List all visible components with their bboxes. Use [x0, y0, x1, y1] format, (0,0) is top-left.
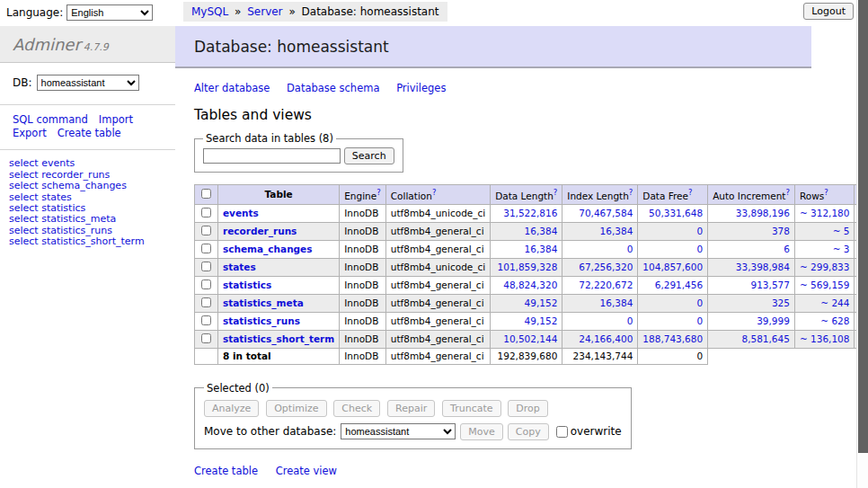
privileges-link[interactable]: Privileges	[396, 82, 446, 94]
sidebar-item-select-statistics-short-term[interactable]: select statistics_short_term	[9, 236, 166, 247]
cell-data-length-link[interactable]: 49,152	[525, 315, 558, 326]
cell-index-length-link[interactable]: 24,166,400	[579, 333, 633, 344]
cell-data-free-link[interactable]: 6,291,456	[655, 279, 703, 290]
vertical-scrollbar[interactable]	[856, 0, 868, 488]
optimize-button[interactable]: Optimize	[266, 400, 326, 417]
auto-increment-hint-link[interactable]: ?	[785, 188, 790, 197]
row-checkbox-states[interactable]	[201, 262, 211, 271]
repair-button[interactable]: Repair	[387, 400, 435, 417]
data-length-hint-link[interactable]: ?	[554, 188, 558, 197]
cell-auto-increment-link[interactable]: 33,898,196	[736, 208, 790, 218]
move-button[interactable]: Move	[460, 423, 503, 440]
cell-data-length-link[interactable]: 48,824,320	[503, 279, 557, 290]
cell-data-free-link[interactable]: 104,857,600	[642, 262, 703, 272]
row-checkbox-schema-changes[interactable]	[201, 244, 211, 253]
table-link-recorder-runs[interactable]: recorder_runs	[223, 226, 297, 236]
language-select[interactable]: English	[66, 4, 153, 21]
overwrite-checkbox[interactable]	[556, 426, 568, 438]
drop-button[interactable]: Drop	[508, 400, 547, 417]
table-link-statistics-short-term[interactable]: statistics_short_term	[223, 333, 334, 344]
data-free-hint-link[interactable]: ?	[688, 188, 693, 197]
sidebar-import-link[interactable]: Import	[99, 113, 133, 126]
db-select[interactable]: homeassistant	[37, 75, 139, 91]
cell-index-length-link[interactable]: 0	[627, 315, 633, 326]
collation-hint-link[interactable]: ?	[432, 188, 437, 197]
search-legend: Search data in tables (8)	[203, 132, 336, 145]
app-logo[interactable]: Adminer	[13, 35, 81, 54]
select-all-checkbox[interactable]	[201, 189, 211, 199]
table-link-states[interactable]: states	[223, 262, 256, 272]
row-checkbox-statistics-meta[interactable]	[201, 297, 211, 307]
cell-rows-link[interactable]: ~ 312,180	[800, 208, 850, 218]
cell-data-free-link[interactable]: 0	[696, 315, 703, 326]
cell-collation: utf8mb4_general_ci	[385, 330, 490, 348]
table-link-statistics[interactable]: statistics	[223, 279, 271, 290]
database-schema-link[interactable]: Database schema	[287, 82, 379, 94]
cell-rows-link[interactable]: ~ 244	[820, 297, 849, 308]
cell-rows-link[interactable]: ~ 628	[820, 315, 849, 326]
cell-data-length-link[interactable]: 16,384	[525, 244, 558, 254]
cell-data-length-link[interactable]: 10,502,144	[503, 333, 557, 344]
cell-index-length-link[interactable]: 67,256,320	[579, 262, 633, 272]
search-button[interactable]: Search	[344, 147, 394, 164]
index-length-hint-link[interactable]: ?	[629, 188, 633, 197]
logout-button[interactable]: Logout	[803, 3, 854, 20]
row-checkbox-recorder-runs[interactable]	[201, 226, 211, 235]
table-link-events[interactable]: events	[223, 208, 259, 218]
cell-index-length-link[interactable]: 16,384	[600, 297, 633, 308]
cell-data-length-link[interactable]: 101,859,328	[498, 262, 558, 272]
cell-auto-increment-link[interactable]: 6	[784, 244, 790, 254]
alter-database-link[interactable]: Alter database	[194, 82, 270, 94]
create-table-link[interactable]: Create table	[194, 465, 258, 477]
cell-auto-increment-link[interactable]: 913,577	[751, 279, 790, 290]
cell-auto-increment-link[interactable]: 325	[772, 297, 790, 308]
breadcrumb-server[interactable]: Server	[247, 5, 282, 18]
row-checkbox-events[interactable]	[201, 208, 211, 217]
sidebar-item-select-events[interactable]: select events	[9, 158, 166, 169]
cell-data-free-link[interactable]: 188,743,680	[642, 333, 703, 344]
analyze-button[interactable]: Analyze	[204, 400, 259, 417]
database-links: Alter database Database schema Privilege…	[194, 82, 811, 94]
cell-data-length-link[interactable]: 16,384	[525, 226, 558, 236]
cell-auto-increment-link[interactable]: 8,581,645	[741, 333, 789, 344]
engine-hint-link[interactable]: ?	[376, 188, 381, 197]
cell-data-free-link[interactable]: 0	[696, 297, 703, 308]
cell-rows-link[interactable]: ~ 5	[833, 226, 850, 236]
row-checkbox-statistics-runs[interactable]	[201, 315, 211, 325]
cell-index-length-link[interactable]: 0	[627, 244, 633, 254]
scrollbar-thumb[interactable]	[858, 0, 868, 453]
cell-data-free-link[interactable]: 0	[696, 244, 703, 254]
cell-rows-link[interactable]: ~ 299,833	[800, 262, 850, 272]
cell-auto-increment-link[interactable]: 39,999	[757, 315, 790, 326]
cell-data-length-link[interactable]: 31,522,816	[503, 208, 557, 218]
cell-index-length-link[interactable]: 72,220,672	[579, 279, 633, 290]
rows-hint-link[interactable]: ?	[824, 188, 828, 197]
cell-data-length-link[interactable]: 49,152	[525, 297, 558, 308]
cell-index-length-link[interactable]: 16,384	[600, 226, 633, 236]
row-checkbox-statistics[interactable]	[201, 279, 211, 289]
cell-auto-increment-link[interactable]: 33,398,984	[736, 262, 790, 272]
sidebar-export-link[interactable]: Export	[13, 127, 47, 139]
row-checkbox-statistics-short-term[interactable]	[201, 333, 211, 343]
table-link-schema-changes[interactable]: schema_changes	[223, 244, 313, 254]
sidebar-create-table-link[interactable]: Create table	[58, 127, 121, 139]
copy-button[interactable]: Copy	[508, 423, 549, 440]
sidebar-item-select-schema-changes[interactable]: select schema_changes	[9, 181, 166, 191]
create-view-link[interactable]: Create view	[276, 465, 337, 477]
sidebar-item-select-statistics-meta[interactable]: select statistics_meta	[9, 214, 166, 225]
move-database-select[interactable]: homeassistant	[341, 423, 456, 439]
cell-rows-link[interactable]: ~ 3	[833, 244, 850, 254]
truncate-button[interactable]: Truncate	[442, 400, 500, 417]
cell-rows-link[interactable]: ~ 136,108	[800, 333, 850, 344]
check-button[interactable]: Check	[333, 400, 380, 417]
cell-rows-link[interactable]: ~ 569,159	[800, 279, 850, 290]
cell-data-free-link[interactable]: 50,331,648	[649, 208, 703, 218]
cell-data-free-link[interactable]: 0	[696, 226, 703, 236]
cell-index-length-link[interactable]: 70,467,584	[579, 208, 633, 218]
table-link-statistics-runs[interactable]: statistics_runs	[223, 315, 300, 326]
sidebar-sql-command-link[interactable]: SQL command	[13, 113, 88, 126]
table-link-statistics-meta[interactable]: statistics_meta	[223, 297, 304, 308]
search-input[interactable]	[203, 148, 341, 164]
cell-auto-increment-link[interactable]: 378	[772, 226, 790, 236]
breadcrumb-mysql[interactable]: MySQL	[191, 5, 228, 18]
